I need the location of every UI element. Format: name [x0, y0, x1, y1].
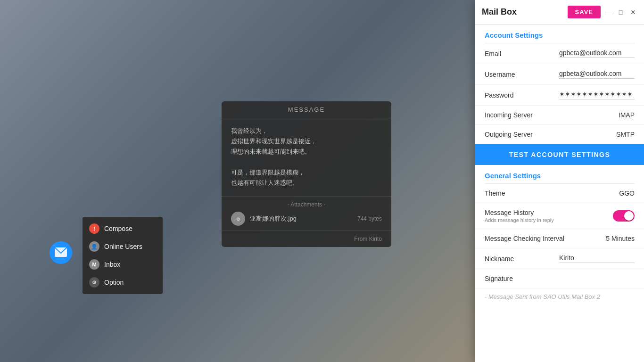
- message-body-text: 我曾经以为， 虚拟世界和现实世界越是接近， 理想的未来就越可能到来吧。 可是，那…: [231, 127, 317, 186]
- interval-row: Message Checking Interval 5 Minutes: [475, 229, 644, 248]
- compose-label: Compose: [104, 225, 132, 232]
- users-icon: 👤: [89, 241, 99, 252]
- attachments-section: - Attachments - ⊘ 亚斯娜的胖次.jpg 744 bytes: [222, 196, 391, 230]
- username-label: Username: [485, 71, 515, 78]
- message-history-label: Message History: [485, 209, 554, 216]
- general-settings-header: General Settings: [475, 165, 644, 183]
- window-title: Mail Box: [482, 7, 517, 17]
- test-account-button[interactable]: TEST ACCOUNT SETTINGS: [475, 144, 644, 165]
- window-content: Account Settings Email gpbeta@outlook.co…: [475, 25, 644, 362]
- message-history-toggle[interactable]: [613, 210, 635, 222]
- save-button[interactable]: SAVE: [568, 6, 601, 18]
- menu-item-inbox[interactable]: M Inbox: [83, 255, 163, 273]
- attachment-name: 亚斯娜的胖次.jpg: [250, 214, 297, 223]
- context-menu: ! Compose 👤 Online Users M Inbox ⚙ Optio…: [83, 217, 163, 294]
- theme-value[interactable]: GGO: [619, 189, 635, 197]
- mailbox-window: Mail Box SAVE — □ ✕ Account Settings Ema…: [475, 0, 644, 362]
- incoming-server-row: Incoming Server IMAP: [475, 106, 644, 125]
- email-row: Email gpbeta@outlook.com: [475, 43, 644, 64]
- nickname-label: Nickname: [485, 255, 514, 263]
- incoming-server-value: IMAP: [619, 111, 635, 119]
- email-label: Email: [485, 50, 501, 58]
- username-row: Username gpbeta@outlook.com: [475, 64, 644, 85]
- interval-value[interactable]: 5 Minutes: [606, 235, 635, 242]
- outgoing-server-value: SMTP: [616, 131, 635, 138]
- message-popup-body: 我曾经以为， 虚拟世界和现实世界越是接近， 理想的未来就越可能到来吧。 可是，那…: [222, 118, 391, 196]
- attachments-label: - Attachments -: [231, 201, 382, 208]
- message-from: From Kirito: [222, 230, 391, 247]
- online-users-label: Online Users: [104, 243, 142, 250]
- username-value[interactable]: gpbeta@outlook.com: [559, 70, 635, 79]
- svg-text:⊘: ⊘: [236, 216, 240, 222]
- window-titlebar: Mail Box SAVE — □ ✕: [475, 0, 644, 25]
- theme-row: Theme GGO: [475, 184, 644, 203]
- signature-row: Signature: [475, 269, 644, 288]
- nickname-row: Nickname Kirito: [475, 248, 644, 269]
- menu-item-online-users[interactable]: 👤 Online Users: [83, 238, 163, 255]
- attachment-file-icon: ⊘: [231, 212, 245, 226]
- titlebar-controls: SAVE — □ ✕: [568, 6, 637, 18]
- account-settings-header: Account Settings: [475, 25, 644, 43]
- mail-bubble[interactable]: [50, 241, 72, 264]
- attachment-size: 744 bytes: [357, 215, 382, 222]
- message-popup: MESSAGE 我曾经以为， 虚拟世界和现实世界越是接近， 理想的未来就越可能到…: [222, 101, 391, 247]
- nickname-value[interactable]: Kirito: [559, 254, 635, 263]
- signature-label: Signature: [485, 275, 513, 282]
- minimize-button[interactable]: —: [604, 8, 613, 16]
- maximize-button[interactable]: □: [617, 8, 625, 16]
- password-row: Password ✶✶✶✶✶✶✶✶✶✶✶✶✶: [475, 85, 644, 106]
- interval-label: Message Checking Interval: [485, 235, 564, 242]
- message-history-sublabel: Adds message history in reply: [485, 217, 554, 223]
- message-history-row: Message History Adds message history in …: [475, 203, 644, 229]
- password-value[interactable]: ✶✶✶✶✶✶✶✶✶✶✶✶✶: [559, 90, 635, 99]
- inbox-icon: M: [89, 259, 99, 270]
- password-label: Password: [485, 91, 513, 99]
- menu-item-compose[interactable]: ! Compose: [83, 220, 163, 238]
- signature-value[interactable]: - Message Sent from SAO Utils Mail Box 2: [475, 288, 644, 305]
- compose-icon: !: [89, 223, 99, 234]
- outgoing-server-row: Outgoing Server SMTP: [475, 125, 644, 144]
- option-label: Option: [104, 279, 124, 286]
- attachment-item: ⊘ 亚斯娜的胖次.jpg 744 bytes: [231, 212, 382, 226]
- menu-item-option[interactable]: ⚙ Option: [83, 273, 163, 291]
- close-button[interactable]: ✕: [629, 8, 637, 16]
- message-history-labels: Message History Adds message history in …: [485, 209, 554, 223]
- option-icon: ⚙: [89, 277, 99, 288]
- toggle-thumb: [624, 211, 634, 221]
- theme-label: Theme: [485, 189, 505, 197]
- outgoing-server-label: Outgoing Server: [485, 131, 533, 138]
- incoming-server-label: Incoming Server: [485, 111, 533, 119]
- message-popup-header: MESSAGE: [222, 101, 391, 118]
- email-value[interactable]: gpbeta@outlook.com: [559, 49, 635, 58]
- inbox-label: Inbox: [104, 261, 120, 268]
